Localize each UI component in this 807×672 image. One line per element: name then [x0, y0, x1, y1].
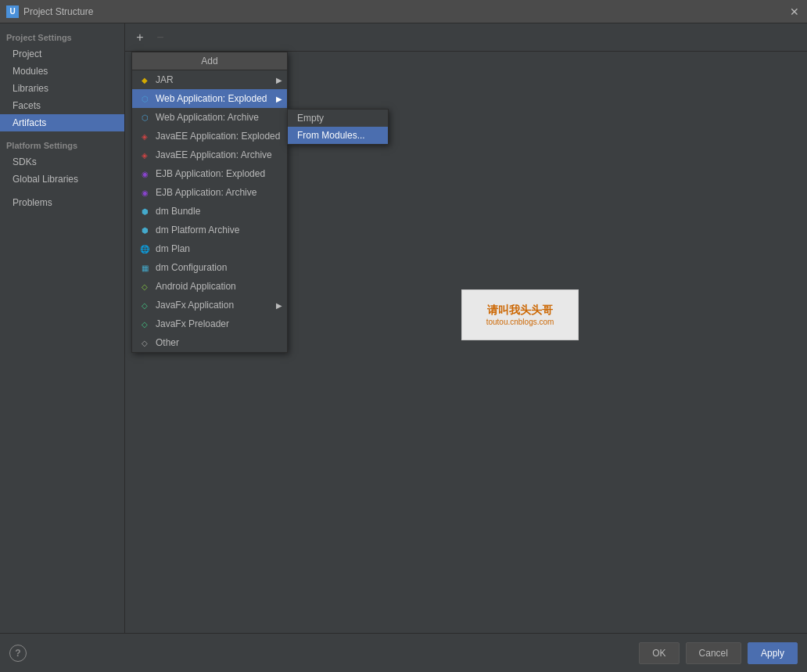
- menu-item-web-exploded-label: Web Application: Exploded: [156, 93, 267, 104]
- javaee-archive-icon: ◈: [138, 149, 151, 161]
- add-menu-header: Add: [132, 52, 287, 70]
- help-button[interactable]: ?: [9, 645, 27, 662]
- sidebar-item-global-libraries[interactable]: Global Libraries: [0, 171, 124, 188]
- javafx-preloader-icon: ◇: [138, 318, 151, 330]
- web-exploded-arrow: ▶: [276, 95, 282, 103]
- project-settings-label: Project Settings: [0, 30, 124, 45]
- menu-item-dm-platform-archive[interactable]: ⬢ dm Platform Archive: [132, 221, 287, 239]
- add-button[interactable]: +: [131, 29, 149, 46]
- sidebar: Project Settings Project Modules Librari…: [0, 23, 125, 633]
- menu-item-ejb-archive[interactable]: ◉ EJB Application: Archive: [132, 183, 287, 202]
- menu-item-javafx-application[interactable]: ◇ JavaFx Application ▶: [132, 296, 287, 314]
- ejb-exploded-icon: ◉: [138, 167, 151, 180]
- web-exploded-icon: ⬡: [138, 92, 151, 105]
- menu-item-dm-platform-archive-label: dm Platform Archive: [156, 225, 239, 235]
- menu-item-dm-configuration[interactable]: ▦ dm Configuration: [132, 258, 287, 277]
- menu-item-web-archive-label: Web Application: Archive: [156, 112, 259, 123]
- jar-icon: ◆: [138, 74, 151, 86]
- watermark-line2: toutou.cnblogs.com: [486, 318, 554, 326]
- title-bar: U Project Structure ✕: [0, 0, 807, 23]
- platform-settings-label: Platform Settings: [0, 138, 124, 153]
- android-app-icon: ◇: [138, 280, 151, 293]
- menu-item-other[interactable]: ◇ Other: [132, 333, 287, 352]
- menu-item-other-label: Other: [156, 337, 179, 348]
- dm-configuration-icon: ▦: [138, 261, 151, 274]
- sidebar-item-project[interactable]: Project: [0, 45, 124, 63]
- watermark-line1: 请叫我头头哥: [487, 304, 553, 318]
- ok-button[interactable]: OK: [639, 642, 679, 664]
- sidebar-item-artifacts[interactable]: Artifacts: [0, 114, 124, 131]
- menu-item-javaee-exploded[interactable]: ◈ JavaEE Application: Exploded: [132, 127, 287, 146]
- bottom-right: OK Cancel Apply: [639, 642, 798, 664]
- apply-button[interactable]: Apply: [748, 642, 798, 664]
- menu-item-ejb-exploded-label: EJB Application: Exploded: [156, 168, 265, 179]
- menu-item-javaee-archive[interactable]: ◈ JavaEE Application: Archive: [132, 146, 287, 164]
- main-layout: Project Settings Project Modules Librari…: [0, 23, 807, 633]
- menu-item-web-app-exploded[interactable]: ⬡ Web Application: Exploded ▶ Empty From…: [132, 89, 287, 108]
- sidebar-item-sdks[interactable]: SDKs: [0, 153, 124, 171]
- menu-item-dm-plan[interactable]: 🌐 dm Plan: [132, 239, 287, 258]
- dm-bundle-icon: ⬢: [138, 205, 151, 217]
- menu-item-javaee-exploded-label: JavaEE Application: Exploded: [156, 131, 280, 142]
- menu-item-ejb-archive-label: EJB Application: Archive: [156, 187, 256, 198]
- sidebar-item-facets[interactable]: Facets: [0, 97, 124, 114]
- content-area: + − Add ◆ JAR ▶ ⬡ Web Application: Explo…: [125, 23, 807, 633]
- submenu-item-from-modules[interactable]: From Modules...: [288, 127, 388, 144]
- javafx-app-icon: ◇: [138, 299, 151, 311]
- menu-item-dm-plan-label: dm Plan: [156, 243, 190, 254]
- cancel-button[interactable]: Cancel: [686, 642, 741, 664]
- add-dropdown-menu: Add ◆ JAR ▶ ⬡ Web Application: Exploded …: [131, 52, 288, 353]
- web-exploded-submenu: Empty From Modules...: [287, 109, 389, 145]
- dm-plan-icon: 🌐: [138, 243, 151, 255]
- menu-item-web-app-archive[interactable]: ⬡ Web Application: Archive: [132, 108, 287, 127]
- jar-arrow: ▶: [276, 76, 282, 84]
- menu-item-dm-configuration-label: dm Configuration: [156, 262, 227, 273]
- add-dropdown-container: Add ◆ JAR ▶ ⬡ Web Application: Exploded …: [131, 52, 288, 353]
- ejb-archive-icon: ◉: [138, 186, 151, 199]
- menu-item-android-label: Android Application: [156, 281, 236, 292]
- bottom-bar: ? OK Cancel Apply: [0, 633, 807, 672]
- menu-item-jar-label: JAR: [156, 74, 174, 85]
- menu-item-javaee-archive-label: JavaEE Application: Archive: [156, 149, 272, 160]
- menu-item-javafx-preloader[interactable]: ◇ JavaFx Preloader: [132, 314, 287, 333]
- dm-platform-archive-icon: ⬢: [138, 224, 151, 236]
- app-icon: U: [6, 5, 19, 18]
- javaee-exploded-icon: ◈: [138, 130, 151, 142]
- menu-item-javafx-label: JavaFx Application: [156, 300, 234, 311]
- other-icon: ◇: [138, 336, 151, 349]
- menu-item-android-application[interactable]: ◇ Android Application: [132, 277, 287, 296]
- toolbar: + −: [125, 23, 807, 52]
- menu-item-dm-bundle-label: dm Bundle: [156, 206, 200, 217]
- bottom-left: ?: [9, 645, 27, 662]
- remove-button[interactable]: −: [152, 29, 169, 46]
- menu-item-javafx-preloader-label: JavaFx Preloader: [156, 318, 229, 329]
- close-button[interactable]: ✕: [788, 5, 801, 18]
- menu-item-ejb-exploded[interactable]: ◉ EJB Application: Exploded: [132, 164, 287, 183]
- sidebar-item-modules[interactable]: Modules: [0, 63, 124, 80]
- menu-item-jar[interactable]: ◆ JAR ▶: [132, 70, 287, 89]
- web-archive-icon: ⬡: [138, 111, 151, 124]
- menu-item-dm-bundle[interactable]: ⬢ dm Bundle: [132, 202, 287, 221]
- javafx-arrow: ▶: [276, 301, 282, 310]
- title-bar-text: Project Structure: [23, 6, 93, 17]
- watermark: 请叫我头头哥 toutou.cnblogs.com: [461, 289, 579, 340]
- sidebar-item-libraries[interactable]: Libraries: [0, 80, 124, 97]
- sidebar-item-problems[interactable]: Problems: [0, 194, 124, 211]
- submenu-item-empty[interactable]: Empty: [288, 110, 388, 127]
